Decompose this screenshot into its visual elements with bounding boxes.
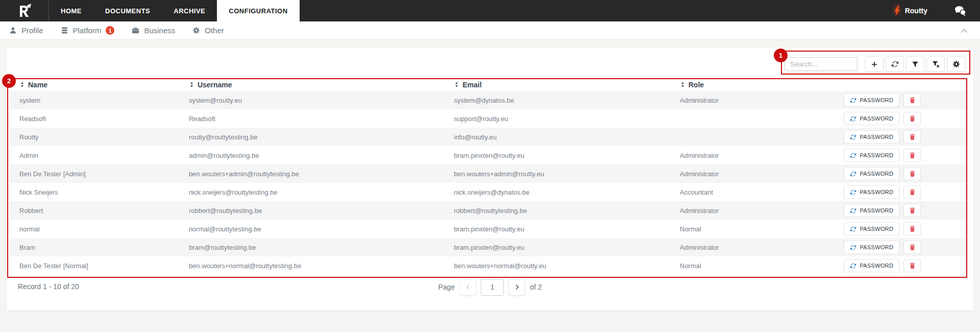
refresh-icon	[850, 226, 856, 232]
cell-role: Normal	[671, 262, 834, 270]
trash-icon	[909, 244, 916, 251]
brand-label: Routty	[905, 7, 927, 15]
cell-username: ben.wouters+normal@routtytesting.be	[180, 262, 445, 270]
table-body: system system@routty.eu system@dynatos.b…	[10, 91, 967, 275]
filter-clear-icon	[932, 60, 940, 68]
reset-password-button[interactable]: PASSWORD	[844, 167, 900, 180]
subnav-item-platform[interactable]: Platform 1	[61, 26, 115, 35]
reset-password-button[interactable]: PASSWORD	[844, 204, 900, 217]
cell-name: Nick Sneijers	[10, 188, 180, 196]
reset-password-button[interactable]: PASSWORD	[844, 241, 900, 254]
table-row: Ben De Tester [Admin] ben.wouters+admin@…	[10, 164, 967, 183]
cell-name: Bram	[10, 244, 180, 251]
cell-actions: PASSWORD	[834, 222, 968, 235]
delete-user-button[interactable]	[903, 149, 921, 162]
cell-email: ben.wouters+admin@routty.eu	[445, 170, 671, 178]
filter-button[interactable]	[906, 56, 924, 72]
refresh-button[interactable]	[886, 56, 904, 72]
reset-password-button[interactable]: PASSWORD	[844, 222, 900, 235]
cell-role: Administrator	[671, 152, 834, 159]
filter-icon	[912, 61, 919, 68]
delete-user-button[interactable]	[903, 259, 921, 272]
next-page-button[interactable]	[508, 279, 525, 296]
delete-user-button[interactable]	[903, 112, 921, 125]
cell-actions: PASSWORD	[834, 112, 968, 125]
main-tabs: HOME DOCUMENTS ARCHIVE CONFIGURATION	[49, 0, 300, 21]
password-button-label: PASSWORD	[860, 115, 894, 122]
password-button-label: PASSWORD	[860, 207, 894, 214]
password-button-label: PASSWORD	[860, 189, 894, 195]
delete-user-button[interactable]	[903, 130, 921, 144]
table-row: normal normal@routtytesting.be bram.pinx…	[10, 220, 967, 238]
sort-icon	[189, 81, 194, 88]
delete-user-button[interactable]	[903, 167, 921, 180]
chevron-up-icon[interactable]	[960, 26, 969, 35]
settings-button[interactable]	[947, 56, 965, 72]
gear-icon	[192, 27, 200, 34]
table-row: Ben De Tester [Normal] ben.wouters+norma…	[10, 256, 967, 275]
sort-icon	[19, 81, 25, 88]
table-row: Readsoft Readsoft support@routty.eu PASS…	[10, 109, 967, 128]
search-input[interactable]	[785, 57, 857, 71]
column-header-email[interactable]: Email	[445, 81, 671, 89]
cell-actions: PASSWORD	[834, 241, 968, 254]
chevron-left-icon	[465, 284, 471, 290]
cell-email: bram.pinxten@routty.eu	[445, 225, 671, 233]
cell-email: system@dynatos.be	[445, 97, 671, 104]
cell-email: support@routty.eu	[445, 115, 671, 123]
refresh-icon	[850, 263, 856, 269]
column-header-name[interactable]: Name	[10, 81, 180, 89]
cell-username: admin@routtytesting.be	[180, 152, 445, 159]
page-label: Page	[438, 283, 455, 291]
reset-password-button[interactable]: PASSWORD	[844, 112, 900, 125]
reset-password-button[interactable]: PASSWORD	[844, 93, 900, 107]
chat-icon[interactable]	[954, 5, 967, 17]
trash-icon	[909, 170, 916, 177]
cell-username: bram@routtytesting.be	[180, 244, 445, 251]
cell-email: bram.pinxten@routty.eu	[445, 152, 671, 159]
cell-actions: PASSWORD	[834, 93, 968, 107]
delete-user-button[interactable]	[903, 222, 921, 235]
delete-user-button[interactable]	[903, 204, 921, 217]
cell-username: system@routty.eu	[180, 97, 445, 104]
delete-user-button[interactable]	[903, 185, 921, 199]
cell-email: nick.sneijers@dynatos.be	[445, 188, 671, 196]
subnav-item-profile[interactable]: Profile	[9, 26, 43, 35]
delete-user-button[interactable]	[903, 93, 921, 107]
tab-documents[interactable]: DOCUMENTS	[93, 0, 162, 21]
password-button-label: PASSWORD	[860, 171, 894, 177]
user-icon	[9, 27, 17, 34]
subnav-item-label: Profile	[21, 26, 43, 35]
table-row: Robbert robbert@routtytesting.be robbert…	[10, 201, 967, 220]
cell-username: normal@routtytesting.be	[180, 225, 445, 233]
tab-archive[interactable]: ARCHIVE	[162, 0, 217, 21]
delete-user-button[interactable]	[903, 241, 921, 254]
cell-name: Ben De Tester [Normal]	[10, 262, 180, 270]
subnav-item-other[interactable]: Other	[192, 26, 224, 35]
cell-role: Administrator	[671, 170, 834, 178]
refresh-icon	[891, 60, 899, 68]
reset-password-button[interactable]: PASSWORD	[844, 185, 900, 199]
cell-name: system	[10, 97, 180, 104]
reset-password-button[interactable]: PASSWORD	[844, 130, 900, 144]
cell-role: Administrator	[671, 97, 834, 104]
subnav-item-business[interactable]: Business	[132, 26, 175, 35]
column-header-username[interactable]: Username	[180, 81, 445, 89]
clear-filter-button[interactable]	[926, 56, 945, 72]
tab-home[interactable]: HOME	[49, 0, 93, 21]
column-header-role[interactable]: Role	[671, 81, 834, 89]
page: HOME DOCUMENTS ARCHIVE CONFIGURATION Rou…	[0, 0, 980, 332]
subnav-item-label: Business	[144, 26, 175, 35]
refresh-icon	[850, 189, 856, 196]
tab-configuration[interactable]: CONFIGURATION	[217, 0, 299, 21]
refresh-icon	[850, 152, 856, 159]
prev-page-button[interactable]	[459, 279, 476, 296]
table-header: Name Username Email Role	[10, 78, 967, 91]
cell-email: bram.pinxten@routty.eu	[445, 244, 671, 251]
app-logo[interactable]	[0, 0, 49, 21]
add-button[interactable]	[865, 56, 884, 72]
reset-password-button[interactable]: PASSWORD	[844, 149, 900, 162]
page-input[interactable]	[481, 279, 504, 296]
password-button-label: PASSWORD	[860, 97, 894, 103]
reset-password-button[interactable]: PASSWORD	[844, 259, 900, 272]
